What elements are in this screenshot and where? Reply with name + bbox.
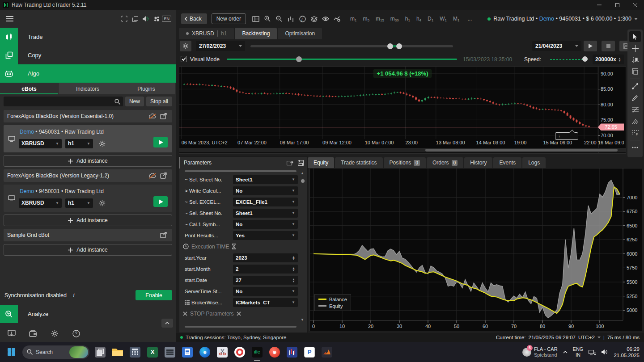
- new-cbot-button[interactable]: New: [125, 97, 144, 106]
- start-cbot-button[interactable]: [153, 196, 168, 207]
- stop-all-button[interactable]: Stop all: [146, 97, 172, 106]
- eye-icon[interactable]: [320, 13, 331, 24]
- timeframe-h1[interactable]: h1: [402, 16, 413, 22]
- nav-item-analyze[interactable]: Analyze: [0, 305, 176, 323]
- param-dropdown[interactable]: ICMarkets_CT▼: [233, 298, 298, 307]
- menu-icon[interactable]: [4, 13, 15, 24]
- help-icon[interactable]: ?: [71, 328, 81, 339]
- taskbar-app-calculator[interactable]: [128, 345, 142, 359]
- measure-tool-icon[interactable]: [629, 55, 641, 65]
- param-dropdown[interactable]: Sheet1▼: [233, 209, 298, 218]
- chart-scrollbar[interactable]: [179, 148, 626, 152]
- box-tool-icon[interactable]: [629, 66, 641, 77]
- taskbar-app-overlap[interactable]: [93, 345, 107, 359]
- fullscreen-icon[interactable]: [119, 13, 130, 24]
- timezone-select[interactable]: UTC+2: [578, 335, 595, 340]
- tab-backtesting[interactable]: Backtesting: [235, 28, 277, 39]
- backtest-settings-button[interactable]: [180, 41, 191, 51]
- network-icon[interactable]: [589, 349, 596, 355]
- symbol-select[interactable]: XBRUSD▼: [19, 139, 62, 148]
- back-button[interactable]: Back: [181, 13, 207, 24]
- range-thumb-right[interactable]: [396, 43, 402, 49]
- param-spinner[interactable]: 2023▲▼: [233, 253, 298, 262]
- timeframe-select[interactable]: h1▼: [65, 139, 93, 148]
- tab-optimisation[interactable]: Optimisation: [278, 28, 322, 39]
- results-tab-events[interactable]: Events: [493, 157, 521, 168]
- param-spinner[interactable]: 27▲▼: [233, 276, 298, 285]
- speed-slider[interactable]: [550, 59, 588, 60]
- zoom-out-icon[interactable]: [274, 13, 284, 24]
- sidebar-tab-indicators[interactable]: Indicators: [59, 83, 117, 94]
- taskbar-app-redapp[interactable]: ◉: [267, 345, 282, 359]
- timeframe-M1[interactable]: M1: [450, 16, 462, 22]
- share-icon[interactable]: [158, 170, 169, 181]
- params-vscroll[interactable]: ▲▼: [301, 171, 306, 328]
- enable-sync-button[interactable]: Enable: [136, 290, 172, 300]
- add-instance-button[interactable]: Add instance: [4, 155, 172, 167]
- taskbar-app-notes[interactable]: [180, 345, 195, 359]
- symbol-select[interactable]: XBRUSD▼: [19, 198, 62, 208]
- timeframe-select[interactable]: h1▼: [65, 198, 93, 208]
- add-instance-button[interactable]: Add instance: [4, 244, 172, 256]
- nav-item-copy[interactable]: Copy: [0, 46, 176, 64]
- language-switcher[interactable]: ENGIN: [573, 346, 584, 358]
- visual-progress-slider[interactable]: [227, 59, 457, 60]
- share-icon[interactable]: [158, 111, 169, 122]
- nav-item-algo[interactable]: Algo: [0, 64, 176, 83]
- backtest-range-slider[interactable]: [250, 45, 453, 47]
- close-button[interactable]: [626, 0, 644, 10]
- results-tab-positions[interactable]: Positions0: [384, 157, 426, 168]
- taskbar-search[interactable]: Search: [22, 345, 89, 359]
- param-dropdown[interactable]: No▼: [233, 220, 298, 229]
- timeframe-m30[interactable]: m30: [387, 16, 402, 22]
- fx-icon[interactable]: f: [297, 13, 308, 24]
- taskbar-app-icmarkets[interactable]: ıllC: [250, 345, 264, 359]
- stop-button[interactable]: [602, 41, 615, 51]
- cbot-header[interactable]: ForexAlgos BlackBox (Version Essential-1…: [4, 110, 172, 122]
- detach-window-icon[interactable]: [130, 13, 140, 24]
- cbot-search-input[interactable]: [4, 97, 123, 106]
- param-dropdown[interactable]: Sheet1▼: [233, 175, 298, 184]
- info-icon[interactable]: i: [73, 291, 75, 299]
- param-dropdown[interactable]: No▼: [233, 287, 298, 296]
- cloud-off-icon[interactable]: [147, 111, 158, 122]
- draw-tool-icon[interactable]: [629, 93, 641, 103]
- visual-mode-checkbox[interactable]: [181, 56, 187, 62]
- param-dropdown[interactable]: Yes▼: [233, 231, 298, 240]
- results-tab-orders[interactable]: Orders0: [427, 157, 463, 168]
- candlestick-chart[interactable]: 90.0085.0080.0075.0070.00 +1 054.96 $ (+…: [179, 66, 626, 154]
- start-date-select[interactable]: 27/02/2023: [196, 41, 245, 51]
- pattern-tool-icon[interactable]: F: [629, 127, 641, 138]
- results-tab-trade-statistics[interactable]: Trade statistics: [335, 157, 382, 168]
- timeframe-m1[interactable]: m1: [347, 16, 360, 22]
- crosshair-tool-icon[interactable]: [629, 43, 641, 54]
- nav-item-trade[interactable]: Trade: [0, 28, 176, 46]
- indicator-icon[interactable]: [285, 13, 296, 24]
- sidebar-tab-plugins[interactable]: Plugins: [117, 83, 175, 94]
- taskbar-app-matlab[interactable]: [320, 345, 334, 359]
- collapse-sidebar-button[interactable]: [161, 319, 173, 328]
- pointer-tool-icon[interactable]: [629, 31, 641, 42]
- cbot-instance-card[interactable]: Demo • 9450031 • Raw Trading Ltd XBRUSD▼…: [4, 125, 172, 152]
- add-instance-button[interactable]: Add instance: [4, 215, 172, 226]
- results-tab-logs[interactable]: Logs: [522, 157, 546, 168]
- chart-settings-icon[interactable]: [332, 13, 343, 24]
- chart-scrollbar-thumb[interactable]: [425, 149, 618, 152]
- equity-chart[interactable]: 7000675065006250600057505500525050000102…: [309, 168, 642, 331]
- play-button[interactable]: [584, 41, 597, 51]
- layout-icon[interactable]: [250, 13, 261, 24]
- language-badge[interactable]: EN: [162, 16, 171, 22]
- params-hscroll-top[interactable]: [185, 170, 297, 172]
- taskbar-app-excel[interactable]: X: [145, 345, 160, 359]
- param-spinner[interactable]: 2▲▼: [233, 265, 298, 274]
- cbot-instance-card[interactable]: Demo • 9450031 • Raw Trading Ltd XBRUSD▼…: [4, 185, 172, 212]
- layers-icon[interactable]: [309, 13, 319, 24]
- trendline-tool-icon[interactable]: [629, 81, 641, 92]
- taskbar-app-charts[interactable]: [285, 345, 299, 359]
- volume-icon[interactable]: [602, 349, 608, 355]
- taskbar-app-folder[interactable]: [110, 345, 125, 359]
- more-tools-icon[interactable]: [629, 142, 641, 153]
- taskbar-app-snip[interactable]: [215, 345, 229, 359]
- params-hscroll-bottom[interactable]: [185, 326, 297, 328]
- sound-icon[interactable]: [140, 13, 151, 24]
